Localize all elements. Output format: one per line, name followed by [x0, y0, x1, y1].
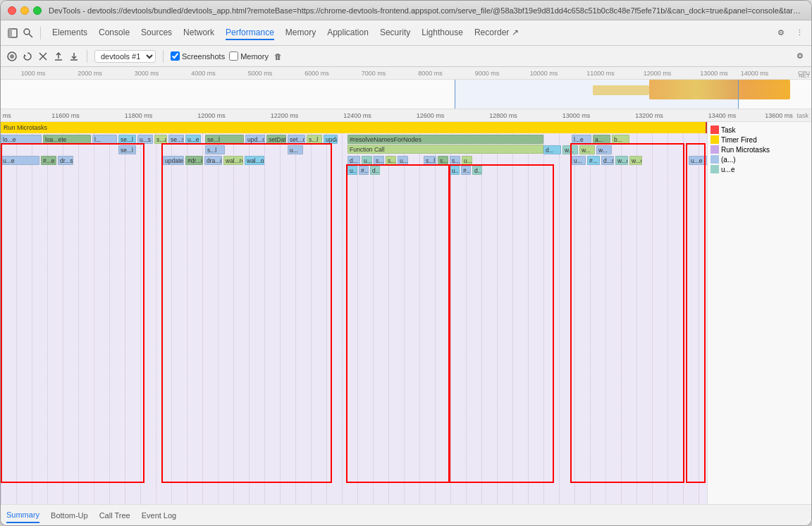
tab-performance[interactable]: Performance — [226, 26, 274, 40]
flame-bar[interactable]: #...e — [41, 156, 56, 165]
tab-bottom-up[interactable]: Bottom-Up — [51, 508, 88, 522]
flame-bar[interactable]: se...l — [118, 135, 136, 144]
flame-bar[interactable]: s...l — [374, 156, 384, 165]
flame-bar[interactable]: s... — [450, 156, 460, 165]
separator3 — [163, 50, 164, 63]
more-icon[interactable]: ⋮ — [793, 27, 806, 39]
svg-point-5 — [10, 54, 14, 59]
flame-bar[interactable]: d...s — [601, 156, 614, 165]
settings-icon[interactable]: ⚙ — [775, 27, 787, 39]
flame-bar[interactable]: w...e — [615, 156, 628, 165]
flame-bar[interactable]: u... — [450, 166, 460, 175]
clear-icon[interactable] — [37, 51, 49, 62]
tab-lighthouse[interactable]: Lighthouse — [422, 26, 463, 40]
svg-marker-6 — [24, 54, 26, 57]
flame-bar[interactable]: u...e — [185, 135, 201, 144]
svg-line-3 — [29, 34, 32, 37]
device-select[interactable]: devtools #1 — [94, 50, 156, 63]
flame-bar[interactable]: update — [324, 135, 338, 144]
timeline-overview: 1000 ms 2000 ms 3000 ms 4000 ms 5000 ms … — [1, 67, 811, 109]
flame-bar[interactable]: d... — [472, 166, 482, 175]
screenshots-checkbox[interactable]: Screenshots — [171, 51, 225, 61]
flame-bar[interactable]: dr...s — [58, 156, 73, 165]
tab-console[interactable]: Console — [99, 26, 130, 40]
minimize-button[interactable] — [20, 6, 29, 15]
inspect-icon[interactable] — [22, 27, 35, 39]
detail-ruler: 400 ms 11600 ms 11800 ms 12000 ms 12200 … — [1, 109, 811, 122]
perf-toolbar: devtools #1 Screenshots Memory 🗑 ⚙ — [1, 46, 811, 67]
tab-event-log[interactable]: Event Log — [142, 508, 177, 522]
upload-icon[interactable] — [53, 51, 64, 62]
download-icon[interactable] — [68, 51, 80, 62]
tab-elements[interactable]: Elements — [52, 26, 87, 40]
devtools-window: DevTools - devtools://devtools/bundled/d… — [0, 0, 812, 526]
flame-bar[interactable]: s... — [438, 156, 448, 165]
trash-icon[interactable]: 🗑 — [273, 51, 284, 62]
tab-network[interactable]: Network — [183, 26, 214, 40]
bottom-tabs: Summary Bottom-Up Call Tree Event Log — [1, 504, 811, 525]
tab-memory[interactable]: Memory — [285, 26, 316, 40]
overview-ruler: 1000 ms 2000 ms 3000 ms 4000 ms 5000 ms … — [1, 67, 811, 80]
tab-security[interactable]: Security — [380, 26, 410, 40]
flame-bar[interactable]: update — [163, 156, 184, 165]
flame-bar-resolve[interactable]: #resolveNamesForNodes — [347, 135, 543, 144]
close-button[interactable] — [8, 6, 16, 15]
flame-bar[interactable]: l... — [92, 135, 117, 144]
separator — [40, 27, 41, 39]
record-icon[interactable] — [6, 51, 18, 62]
flame-bar[interactable]: #... — [359, 166, 369, 175]
flame-bar[interactable]: s...l — [424, 156, 436, 165]
memory-checkbox[interactable]: Memory — [229, 51, 269, 61]
flame-bar-function-call[interactable]: Function Call — [347, 145, 543, 154]
flame-bar[interactable]: l...e — [572, 135, 591, 144]
flame-bar[interactable]: u... — [398, 156, 408, 165]
flame-bar[interactable]: #dr...ine — [185, 156, 203, 165]
legend-task: Task — [721, 126, 736, 134]
legend-run-microtasks: Run Microtasks — [721, 146, 770, 154]
flame-bar[interactable]: w... — [596, 145, 612, 154]
flame-bar[interactable]: s...l — [205, 145, 225, 154]
flame-bar[interactable]: wal...ode — [245, 156, 264, 165]
flame-bar[interactable]: u...e — [1, 156, 39, 165]
flame-bar[interactable]: w... — [579, 145, 595, 154]
tab-call-tree[interactable]: Call Tree — [99, 508, 130, 522]
flame-bar[interactable]: u... — [347, 166, 357, 175]
flame-chart-container[interactable]: Run Microtasks Task lo...e loa...ete l..… — [1, 122, 811, 504]
flame-bar[interactable]: u... — [572, 156, 586, 165]
flame-bar[interactable]: b... — [612, 135, 629, 144]
reload-record-icon[interactable] — [22, 51, 33, 62]
flame-bar[interactable]: #... — [461, 166, 471, 175]
tab-recorder[interactable]: Recorder ↗ — [474, 26, 519, 40]
flame-bar[interactable]: se...l — [205, 135, 244, 144]
flame-bar[interactable]: lo...e — [1, 135, 42, 144]
flame-bar[interactable]: se...l — [118, 145, 136, 154]
flame-bar[interactable]: u... — [362, 156, 372, 165]
flame-bar[interactable]: a... — [593, 135, 610, 144]
flame-bar[interactable]: w...e — [629, 156, 642, 165]
flame-bar[interactable]: w... — [562, 145, 578, 154]
tab-application[interactable]: Application — [327, 26, 369, 40]
flame-bar[interactable]: s... — [386, 156, 396, 165]
flame-bar[interactable]: wal...ree — [223, 156, 243, 165]
flame-bar[interactable]: d... — [370, 166, 380, 175]
tab-summary[interactable]: Summary — [6, 508, 39, 523]
flame-bar[interactable]: s...a — [154, 135, 167, 144]
flame-bar[interactable]: setData — [266, 135, 286, 144]
flame-bar[interactable]: se...s — [168, 135, 184, 144]
flame-bar[interactable]: u... — [288, 145, 303, 154]
maximize-button[interactable] — [33, 6, 42, 15]
flame-bar[interactable]: u...s — [137, 135, 153, 144]
flame-bar[interactable]: s...l — [307, 135, 322, 144]
flame-bar[interactable]: set...ols — [288, 135, 305, 144]
flame-bar[interactable]: loa...ete — [43, 135, 91, 144]
timeline-minimap[interactable] — [1, 80, 811, 109]
tab-sources[interactable]: Sources — [141, 26, 172, 40]
flame-bar[interactable]: u... — [462, 156, 472, 165]
dock-icon[interactable] — [6, 27, 19, 39]
perf-settings-icon[interactable]: ⚙ — [794, 51, 806, 62]
flame-bar[interactable]: d... — [543, 145, 561, 154]
flame-bar[interactable]: d... — [347, 156, 360, 165]
flame-bar[interactable]: dra...ies — [204, 156, 222, 165]
flame-bar[interactable]: #... — [587, 156, 600, 165]
flame-bar[interactable]: upd...ols — [245, 135, 265, 144]
